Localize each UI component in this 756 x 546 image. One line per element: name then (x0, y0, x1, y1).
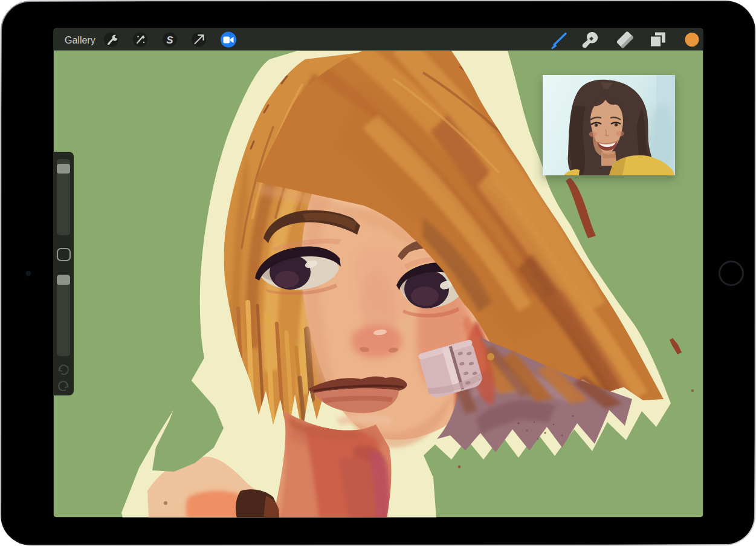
svg-text:S: S (166, 34, 173, 46)
svg-text:Gallery: Gallery (65, 35, 95, 45)
